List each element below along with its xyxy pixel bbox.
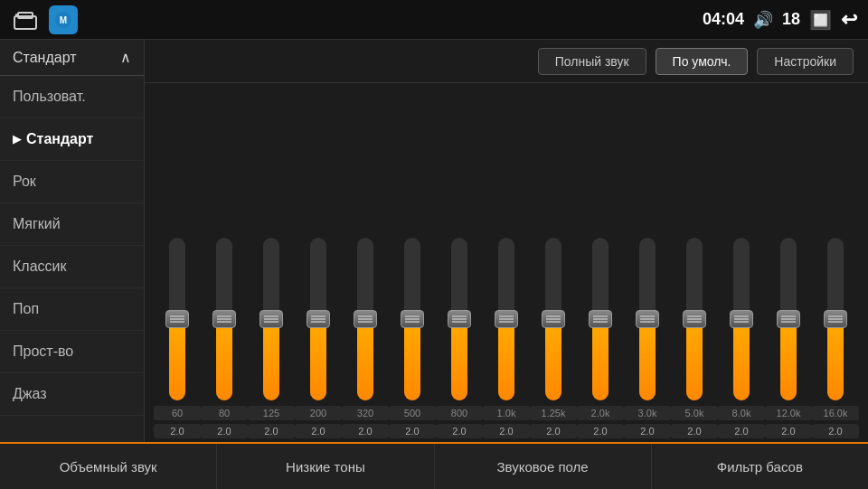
slider-handle-1.0k[interactable] [495, 310, 518, 328]
sidebar-item-soft[interactable]: Мягкий [0, 203, 144, 246]
val-label-5.0k: 2.0 [671, 424, 718, 438]
val-label-320: 2.0 [342, 424, 389, 438]
slider-col-12.0k[interactable] [765, 238, 812, 400]
slider-track-3.0k[interactable] [639, 238, 656, 400]
sidebar-item-soft-label: Мягкий [13, 216, 61, 232]
slider-col-8.0k[interactable] [718, 238, 765, 400]
val-label-16.0k: 2.0 [812, 424, 859, 438]
slider-handle-800[interactable] [448, 310, 471, 328]
slider-handle-16.0k[interactable] [824, 310, 847, 328]
slider-track-5.0k[interactable] [686, 238, 703, 400]
slider-handle-125[interactable] [259, 310, 283, 328]
volume-level: 18 [782, 10, 800, 29]
slider-handle-8.0k[interactable] [730, 310, 753, 328]
slider-track-2.0k[interactable] [592, 238, 609, 400]
tab-soundfield[interactable]: Звуковое поле [435, 444, 652, 489]
slider-track-1.25k[interactable] [545, 238, 561, 400]
tab-surround[interactable]: Объемный звук [0, 444, 217, 489]
sidebar-item-jazz-label: Джаз [13, 386, 47, 402]
sidebar-item-user-label: Пользоват. [13, 89, 86, 105]
slider-fill-1.0k [498, 319, 514, 400]
slider-track-800[interactable] [451, 238, 467, 400]
slider-col-5.0k[interactable] [671, 238, 718, 400]
slider-fill-5.0k [686, 319, 703, 400]
slider-fill-3.0k [639, 319, 656, 400]
slider-fill-60 [169, 319, 185, 400]
status-right: 04:04 🔊 18 🔲 ↩ [703, 8, 857, 32]
slider-track-200[interactable] [310, 238, 326, 400]
status-left: M [11, 5, 78, 34]
tab-bass-low[interactable]: Низкие тоны [217, 444, 434, 489]
slider-col-16.0k[interactable] [812, 238, 859, 400]
tab-bass-filter[interactable]: Фильтр басов [652, 444, 868, 489]
eq-toolbar: Полный звук По умолч. Настройки [145, 40, 868, 83]
chevron-up-icon: ∧ [120, 49, 131, 66]
slider-fill-2.0k [592, 319, 609, 400]
slider-col-1.0k[interactable] [483, 238, 530, 400]
slider-col-3.0k[interactable] [624, 238, 671, 400]
slider-fill-80 [216, 319, 232, 400]
tab-bass-low-label: Низкие тоны [286, 459, 365, 475]
slider-track-16.0k[interactable] [827, 238, 844, 400]
freq-label-8.0k: 8.0k [718, 406, 765, 420]
sidebar-header[interactable]: Стандарт ∧ [0, 40, 144, 76]
slider-handle-500[interactable] [401, 310, 424, 328]
slider-col-80[interactable] [201, 238, 248, 400]
slider-track-1.0k[interactable] [498, 238, 514, 400]
sidebar-item-standard[interactable]: ▶ Стандарт [0, 118, 144, 161]
slider-fill-12.0k [780, 319, 797, 400]
val-label-1.25k: 2.0 [530, 424, 577, 438]
slider-col-200[interactable] [295, 238, 342, 400]
sidebar-item-rock[interactable]: Рок [0, 161, 144, 203]
slider-handle-320[interactable] [354, 310, 377, 328]
freq-label-200: 200 [295, 406, 342, 420]
sidebar: Стандарт ∧ Пользоват. ▶ Стандарт Рок Мяг… [0, 40, 145, 442]
slider-handle-60[interactable] [165, 310, 189, 328]
sidebar-item-space[interactable]: Прост-во [0, 331, 144, 373]
val-label-80: 2.0 [201, 424, 248, 438]
slider-fill-125 [263, 319, 279, 400]
full-sound-button[interactable]: Полный звук [538, 48, 646, 75]
slider-handle-200[interactable] [307, 310, 330, 328]
freq-label-16.0k: 16.0k [812, 406, 859, 420]
slider-handle-80[interactable] [212, 310, 236, 328]
slider-track-12.0k[interactable] [780, 238, 797, 400]
sidebar-item-jazz[interactable]: Джаз [0, 373, 144, 416]
slider-handle-2.0k[interactable] [589, 310, 612, 328]
freq-row: 60801252003205008001.0k1.25k2.0k3.0k5.0k… [154, 404, 859, 422]
slider-track-80[interactable] [216, 238, 232, 400]
slider-track-60[interactable] [169, 238, 185, 400]
val-label-3.0k: 2.0 [624, 424, 671, 438]
sidebar-item-pop[interactable]: Поп [0, 288, 144, 331]
sidebar-item-classic[interactable]: Классик [0, 246, 144, 288]
slider-col-2.0k[interactable] [577, 238, 624, 400]
slider-col-800[interactable] [436, 238, 483, 400]
slider-track-320[interactable] [357, 238, 373, 400]
sidebar-item-user[interactable]: Пользоват. [0, 76, 144, 118]
default-button[interactable]: По умолч. [656, 48, 749, 75]
slider-handle-12.0k[interactable] [777, 310, 800, 328]
slider-col-1.25k[interactable] [530, 238, 577, 400]
app-icon[interactable]: M [49, 5, 78, 34]
sidebar-item-space-label: Прост-во [13, 343, 73, 360]
slider-handle-5.0k[interactable] [683, 310, 706, 328]
tab-bass-filter-label: Фильтр басов [717, 459, 803, 475]
svg-text:M: M [60, 15, 67, 25]
eq-panel: Полный звук По умолч. Настройки 60801252… [145, 40, 868, 442]
status-bar: M 04:04 🔊 18 🔲 ↩ [0, 0, 868, 40]
slider-col-500[interactable] [389, 238, 436, 400]
slider-track-8.0k[interactable] [733, 238, 750, 400]
active-arrow-icon: ▶ [13, 133, 21, 146]
slider-col-320[interactable] [342, 238, 389, 400]
slider-track-125[interactable] [263, 238, 279, 400]
val-label-2.0k: 2.0 [577, 424, 624, 438]
slider-col-60[interactable] [154, 238, 201, 400]
slider-track-500[interactable] [404, 238, 420, 400]
home-icon[interactable] [11, 7, 40, 33]
slider-handle-1.25k[interactable] [542, 310, 565, 328]
slider-col-125[interactable] [248, 238, 295, 400]
slider-handle-3.0k[interactable] [636, 310, 659, 328]
back-icon[interactable]: ↩ [841, 8, 857, 32]
settings-button[interactable]: Настройки [757, 48, 854, 75]
slider-fill-320 [357, 319, 373, 400]
